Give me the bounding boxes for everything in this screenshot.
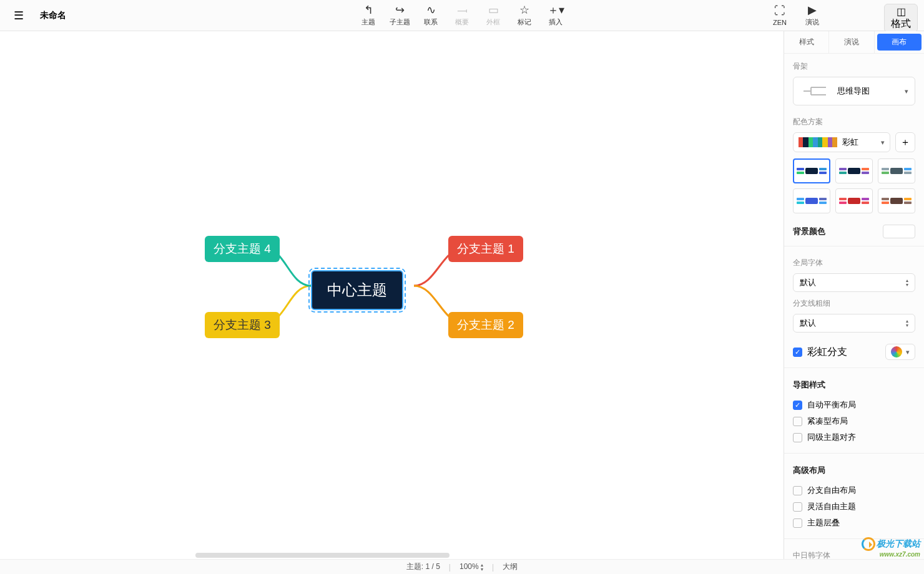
skeleton-selector[interactable]: 思维导图 ▾ bbox=[793, 77, 915, 105]
toolbar-marker[interactable]: ☆标记 bbox=[513, 4, 536, 27]
format-panel: 样式演说画布 骨架 思维导图 ▾ 配色方案 彩虹 ▾ ＋ bbox=[784, 31, 924, 559]
rainbow-color-button[interactable]: ▾ bbox=[885, 344, 915, 360]
toolbar-topic[interactable]: ↰主题 bbox=[356, 4, 380, 27]
theme-preset-1[interactable] bbox=[835, 158, 873, 183]
branchwidth-value: 默认 bbox=[800, 318, 816, 329]
mapstyle-title: 导图样式 bbox=[793, 379, 915, 391]
theme-preset-2[interactable] bbox=[878, 158, 915, 183]
branch-topic-2[interactable]: 分支主题 2 bbox=[448, 312, 523, 338]
skeleton-value: 思维导图 bbox=[837, 85, 897, 97]
mapstyle-label-1: 紧凑型布局 bbox=[807, 416, 848, 427]
globalfont-label: 全局字体 bbox=[793, 258, 915, 268]
rainbow-branch-label: 彩虹分支 bbox=[807, 346, 847, 359]
format-label: 格式 bbox=[891, 17, 911, 31]
canvas[interactable]: 中心主题 分支主题 1 分支主题 2 分支主题 3 分支主题 4 bbox=[0, 31, 784, 574]
insert-icon: ＋▾ bbox=[548, 4, 564, 16]
advanced-label-2: 主题层叠 bbox=[807, 517, 840, 528]
summary-icon: ⟞ bbox=[457, 4, 468, 16]
advanced-title: 高级布局 bbox=[793, 465, 915, 476]
status-outline[interactable]: 大纲 bbox=[503, 562, 518, 572]
menu-button[interactable]: ☰ bbox=[0, 9, 37, 22]
bgcolor-swatch[interactable] bbox=[883, 225, 915, 238]
mapstyle-label-2: 同级主题对齐 bbox=[807, 432, 856, 443]
advanced-row-2: 主题层叠 bbox=[793, 515, 915, 531]
marker-icon: ☆ bbox=[519, 4, 529, 16]
skeleton-thumb-icon bbox=[800, 83, 830, 99]
document-title: 未命名 bbox=[40, 10, 66, 21]
colorscheme-selector[interactable]: 彩虹 ▾ bbox=[793, 132, 890, 152]
chevron-down-icon: ▾ bbox=[905, 87, 908, 95]
toolbar-boundary: ▭外框 bbox=[481, 4, 505, 27]
advanced-checkbox-2[interactable] bbox=[793, 518, 802, 528]
branchwidth-label: 分支线粗细 bbox=[793, 298, 915, 309]
status-bar: 主题: 1 / 5 | 100% ▴▾ | 大纲 bbox=[0, 559, 924, 574]
theme-preset-4[interactable] bbox=[835, 188, 873, 213]
rainbow-strip-icon bbox=[799, 137, 837, 147]
subtopic-icon: ↪ bbox=[395, 4, 405, 16]
relation-icon: ∿ bbox=[426, 4, 436, 16]
zen-icon: ⛶ bbox=[774, 5, 785, 17]
horizontal-scrollbar[interactable] bbox=[5, 552, 640, 559]
toolbar-insert[interactable]: ＋▾插入 bbox=[544, 4, 568, 27]
toolbar-zen[interactable]: ⛶ZEN bbox=[768, 4, 792, 27]
branch-topic-3[interactable]: 分支主题 3 bbox=[205, 312, 280, 338]
format-button[interactable]: ◫ 格式 bbox=[884, 4, 918, 32]
advanced-checkbox-1[interactable] bbox=[793, 502, 802, 512]
mapstyle-label-0: 自动平衡布局 bbox=[807, 399, 856, 411]
present-icon: ▶ bbox=[808, 4, 817, 16]
toolbar-subtopic[interactable]: ↪子主题 bbox=[388, 4, 411, 27]
colorscheme-label: 配色方案 bbox=[793, 117, 915, 127]
chevron-down-icon: ▾ bbox=[906, 348, 910, 356]
updown-icon: ▴▾ bbox=[906, 319, 908, 328]
panel-tab-0[interactable]: 样式 bbox=[784, 31, 829, 53]
panel-tab-1[interactable]: 演说 bbox=[829, 31, 874, 53]
advanced-row-1: 灵活自由主题 bbox=[793, 499, 915, 515]
toolbar-relation[interactable]: ∿联系 bbox=[419, 4, 443, 27]
advanced-checkbox-0[interactable] bbox=[793, 486, 802, 495]
status-zoom[interactable]: 100% ▴▾ bbox=[460, 562, 483, 572]
boundary-icon: ▭ bbox=[488, 4, 499, 16]
theme-preset-5[interactable] bbox=[878, 188, 915, 213]
mapstyle-row-2: 同级主题对齐 bbox=[793, 429, 915, 445]
topic-icon: ↰ bbox=[364, 4, 373, 16]
theme-preset-0[interactable] bbox=[793, 158, 830, 183]
branchwidth-selector[interactable]: 默认 ▴▾ bbox=[793, 314, 915, 333]
mapstyle-row-0: ✓自动平衡布局 bbox=[793, 397, 915, 413]
toolbar-summary: ⟞概要 bbox=[450, 4, 474, 27]
globalfont-value: 默认 bbox=[800, 277, 816, 288]
watermark: 极光下载站 www.xz7.com bbox=[862, 537, 920, 558]
mapstyle-checkbox-2[interactable] bbox=[793, 433, 802, 442]
status-topics: 主题: 1 / 5 bbox=[406, 562, 440, 572]
mapstyle-checkbox-0[interactable]: ✓ bbox=[793, 401, 802, 410]
rainbow-branch-checkbox[interactable]: ✓ bbox=[793, 348, 802, 357]
advanced-row-0: 分支自由布局 bbox=[793, 482, 915, 499]
updown-icon: ▴▾ bbox=[906, 278, 908, 287]
theme-preset-3[interactable] bbox=[793, 188, 830, 213]
mapstyle-row-1: 紧凑型布局 bbox=[793, 413, 915, 429]
add-colorscheme-button[interactable]: ＋ bbox=[895, 132, 915, 152]
colorscheme-value: 彩虹 bbox=[842, 137, 881, 148]
top-toolbar: ☰ 未命名 ↰主题↪子主题∿联系⟞概要▭外框☆标记＋▾插入 ⛶ZEN▶演说 ◫ … bbox=[0, 0, 924, 31]
branch-topic-1[interactable]: 分支主题 1 bbox=[448, 236, 523, 262]
mapstyle-checkbox-1[interactable] bbox=[793, 417, 802, 426]
panel-tab-2[interactable]: 画布 bbox=[877, 34, 922, 51]
advanced-label-0: 分支自由布局 bbox=[807, 485, 856, 496]
rainbow-circle-icon bbox=[891, 346, 902, 358]
center-topic[interactable]: 中心主题 bbox=[311, 270, 403, 310]
toolbar-present[interactable]: ▶演说 bbox=[800, 4, 824, 27]
bgcolor-label: 背景颜色 bbox=[793, 226, 825, 237]
branch-topic-4[interactable]: 分支主题 4 bbox=[205, 236, 280, 262]
advanced-label-1: 灵活自由主题 bbox=[807, 501, 856, 512]
chevron-down-icon: ▾ bbox=[881, 139, 885, 147]
format-icon: ◫ bbox=[897, 6, 906, 17]
skeleton-label: 骨架 bbox=[793, 61, 915, 72]
globalfont-selector[interactable]: 默认 ▴▾ bbox=[793, 273, 915, 292]
